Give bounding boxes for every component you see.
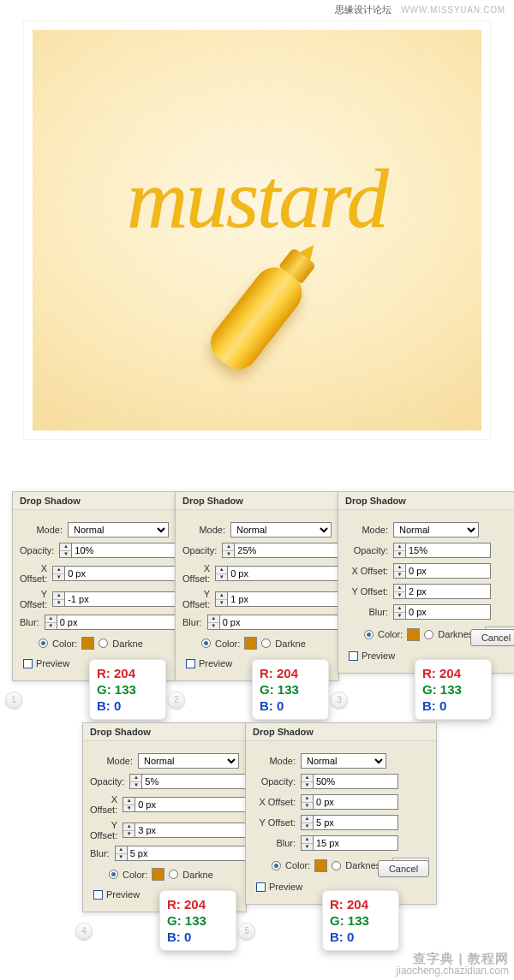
rgb-g: G: 133 (260, 681, 321, 698)
darkness-radio[interactable] (424, 630, 433, 639)
spinner-buttons[interactable]: ▲▼ (129, 774, 141, 789)
spinner-buttons[interactable]: ▲▼ (215, 566, 227, 581)
spinner-buttons[interactable]: ▲▼ (393, 604, 405, 620)
rgb-g: G: 133 (330, 912, 391, 929)
darkness-radio[interactable] (169, 870, 178, 879)
mode-label: Mode: (182, 525, 230, 535)
spinner-buttons[interactable]: ▲▼ (222, 543, 234, 558)
darkness-radio[interactable] (261, 638, 271, 648)
color-swatch[interactable] (152, 868, 164, 881)
mode-select[interactable]: Normal (393, 522, 479, 538)
panel-title: Drop Shadow (13, 492, 176, 510)
cancel-button[interactable]: Cancel (470, 629, 514, 646)
spinner-buttons[interactable]: ▲▼ (123, 797, 134, 812)
rgb-callout-4: R: 204 G: 133 B: 0 (159, 890, 236, 951)
color-swatch[interactable] (314, 859, 327, 872)
mode-label: Mode: (90, 756, 138, 766)
panels-section: Drop Shadow Mode: Normal Opacity: ▲▼ X O… (0, 486, 514, 979)
color-label: Color: (123, 870, 147, 880)
xoffset-label: X Offset: (90, 794, 123, 815)
rgb-r: R: 204 (422, 665, 484, 681)
cancel-button[interactable]: Cancel (378, 860, 429, 877)
spinner-buttons[interactable]: ▲▼ (115, 846, 127, 861)
spinner-buttons[interactable]: ▲▼ (45, 615, 57, 630)
yoffset-input[interactable] (134, 823, 260, 838)
blur-label: Blur: (253, 838, 301, 848)
rgb-b: B: 0 (97, 698, 158, 714)
spinner-buttons[interactable]: ▲▼ (301, 794, 313, 810)
darkness-label: Darkne (182, 870, 212, 880)
panel-title: Drop Shadow (176, 492, 338, 510)
xoffset-label: X Offset: (20, 563, 52, 584)
rgb-b: B: 0 (167, 929, 229, 945)
spinner-buttons[interactable]: ▲▼ (59, 543, 71, 558)
spinner-buttons[interactable]: ▲▼ (301, 774, 313, 789)
color-swatch[interactable] (81, 637, 94, 650)
yoffset-label: Y Offset: (345, 586, 393, 597)
yoffset-label: Y Offset: (253, 817, 301, 828)
mode-select[interactable]: Normal (301, 753, 386, 769)
spinner-buttons[interactable]: ▲▼ (301, 835, 313, 851)
blur-label: Blur: (345, 607, 393, 617)
spinner-buttons[interactable]: ▲▼ (393, 543, 405, 558)
spinner-buttons[interactable]: ▲▼ (393, 584, 405, 599)
drop-shadow-panel-5: Drop Shadow Mode: Normal Opacity: ▲▼ X O… (245, 722, 437, 905)
color-radio[interactable] (109, 870, 118, 879)
opacity-label: Opacity: (20, 545, 59, 555)
artwork-canvas: mustard (33, 30, 481, 431)
rgb-callout-5: R: 204 G: 133 B: 0 (322, 890, 399, 951)
preview-checkbox[interactable] (349, 651, 358, 661)
panel-title: Drop Shadow (83, 723, 246, 741)
blur-input[interactable] (219, 615, 344, 630)
spinner-buttons[interactable]: ▲▼ (393, 563, 405, 579)
blur-input[interactable] (313, 835, 398, 851)
preview-checkbox[interactable] (23, 659, 33, 668)
color-label: Color: (378, 629, 403, 639)
color-radio[interactable] (39, 638, 48, 648)
blur-input[interactable] (57, 615, 182, 630)
rgb-callout-2: R: 204 G: 133 B: 0 (252, 659, 329, 720)
yoffset-input[interactable] (313, 815, 398, 830)
spinner-buttons[interactable]: ▲▼ (123, 823, 134, 838)
preview-checkbox[interactable] (93, 890, 103, 900)
preview-checkbox[interactable] (256, 882, 266, 892)
darkness-label: Darkne (112, 638, 142, 649)
preview-checkbox[interactable] (186, 659, 195, 668)
darkness-radio[interactable] (99, 638, 108, 648)
xoffset-label: X Offset: (182, 563, 215, 584)
spinner-buttons[interactable]: ▲▼ (52, 566, 64, 581)
spinner-buttons[interactable]: ▲▼ (215, 591, 227, 607)
blur-input[interactable] (405, 604, 491, 620)
opacity-input[interactable] (313, 774, 398, 789)
color-label: Color: (285, 860, 310, 870)
credit-site-cn: 思缘设计论坛 (335, 4, 391, 15)
color-radio[interactable] (364, 630, 374, 639)
xoffset-input[interactable] (313, 794, 398, 810)
xoffset-input[interactable] (227, 566, 352, 581)
color-swatch[interactable] (407, 628, 420, 641)
color-radio[interactable] (201, 638, 211, 648)
color-radio[interactable] (272, 861, 281, 870)
rgb-g: G: 133 (167, 912, 229, 929)
xoffset-input[interactable] (134, 797, 260, 812)
mode-select[interactable]: Normal (230, 522, 332, 538)
drop-shadow-panel-3: Drop Shadow Mode: Normal Opacity: ▲▼ X O… (338, 491, 514, 674)
mode-select[interactable]: Normal (68, 522, 169, 538)
xoffset-input[interactable] (405, 563, 491, 579)
darkness-radio[interactable] (332, 861, 341, 870)
yoffset-input[interactable] (405, 584, 491, 599)
xoffset-input[interactable] (64, 566, 189, 581)
step-badge-3: 3 (331, 692, 348, 709)
yoffset-input[interactable] (227, 591, 352, 607)
yoffset-label: Y Offset: (182, 589, 215, 609)
rgb-b: B: 0 (330, 929, 391, 945)
spinner-buttons[interactable]: ▲▼ (301, 815, 313, 830)
mode-select[interactable]: Normal (138, 753, 239, 769)
opacity-input[interactable] (405, 543, 491, 558)
mustard-bottle (203, 258, 311, 377)
spinner-buttons[interactable]: ▲▼ (52, 591, 64, 607)
spinner-buttons[interactable]: ▲▼ (207, 615, 219, 630)
color-swatch[interactable] (244, 637, 257, 650)
yoffset-input[interactable] (64, 591, 189, 607)
blur-input[interactable] (127, 846, 252, 861)
